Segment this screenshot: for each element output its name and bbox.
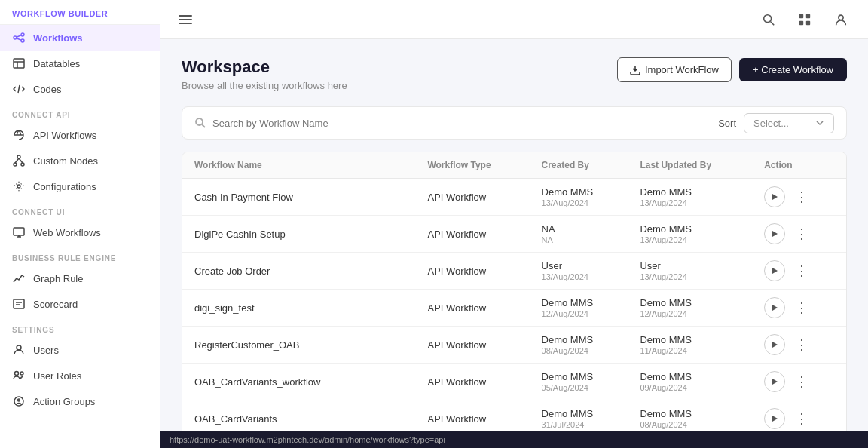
- table-header: Workflow Name Workflow Type Created By L…: [182, 152, 846, 179]
- run-workflow-button[interactable]: [764, 186, 785, 207]
- play-icon: [770, 229, 779, 238]
- cell-workflow-type: API Workflow: [415, 364, 529, 400]
- table-row: DigiPe CashIn Setup API Workflow NA NA D…: [182, 216, 846, 253]
- svg-line-14: [19, 158, 23, 163]
- svg-rect-15: [14, 228, 24, 235]
- cell-updated-by: Demo MMS 13/Aug/2024: [628, 179, 752, 216]
- svg-rect-28: [799, 20, 803, 24]
- run-workflow-button[interactable]: [764, 223, 785, 244]
- table-row: Cash In Payment Flow API Workflow Demo M…: [182, 179, 846, 216]
- more-options-button[interactable]: ⋮: [791, 334, 812, 355]
- svg-rect-29: [806, 20, 810, 24]
- table-row: digi_sign_test API Workflow Demo MMS 12/…: [182, 290, 846, 327]
- play-icon: [770, 303, 779, 312]
- sidebar-item-api-workflows[interactable]: API Workflows: [0, 122, 160, 148]
- page-header: Workspace Browse all the existing workfl…: [182, 57, 847, 91]
- sidebar-item-users[interactable]: Users: [0, 337, 160, 363]
- svg-line-13: [15, 158, 19, 163]
- scorecard-icon: [12, 297, 26, 311]
- cell-workflow-name: digi_sign_test: [182, 290, 415, 327]
- run-workflow-button[interactable]: [764, 371, 785, 392]
- cell-action: ⋮: [752, 290, 846, 327]
- run-workflow-button[interactable]: [764, 334, 785, 355]
- cell-updated-by: Demo MMS 13/Aug/2024: [628, 216, 752, 253]
- sidebar-item-custom-nodes[interactable]: Custom Nodes: [0, 148, 160, 173]
- cell-workflow-name: Create Job Order: [182, 253, 415, 290]
- sidebar-item-action-groups[interactable]: Action Groups: [0, 388, 160, 414]
- statusbar-url: https://demo-uat-workflow.m2pfintech.dev…: [170, 435, 445, 444]
- svg-point-22: [15, 372, 19, 376]
- cell-action: ⋮: [752, 179, 846, 216]
- search-input[interactable]: [212, 118, 718, 129]
- svg-point-30: [839, 15, 843, 20]
- page-title: Workspace: [182, 57, 347, 77]
- cell-created-by: Demo MMS 13/Aug/2024: [530, 179, 628, 216]
- table-body: Cash In Payment Flow API Workflow Demo M…: [182, 179, 846, 432]
- more-options-button[interactable]: ⋮: [791, 371, 812, 392]
- chevron-down-icon: [815, 118, 824, 127]
- import-icon: [630, 65, 640, 75]
- sidebar-item-label: Codes: [33, 84, 62, 95]
- col-updated-by: Last Updated By: [628, 152, 752, 179]
- cell-action: ⋮: [752, 400, 846, 432]
- sidebar-item-codes[interactable]: Codes: [0, 76, 160, 102]
- cell-workflow-name: OAB_CardVariants: [182, 400, 415, 432]
- more-options-button[interactable]: ⋮: [791, 297, 812, 318]
- svg-point-10: [17, 155, 20, 158]
- search-button[interactable]: [756, 8, 781, 32]
- cell-action: ⋮: [752, 253, 846, 290]
- sidebar-item-configurations[interactable]: Configurations: [0, 173, 160, 199]
- config-icon: [12, 180, 26, 193]
- svg-point-11: [14, 163, 17, 166]
- cell-created-by: NA NA: [530, 216, 628, 253]
- svg-line-8: [18, 85, 20, 93]
- play-icon: [770, 414, 779, 423]
- sidebar-item-datatables[interactable]: Datatables: [0, 51, 160, 76]
- svg-marker-39: [772, 416, 778, 422]
- cell-action: ⋮: [752, 216, 846, 253]
- play-icon: [770, 340, 779, 349]
- apps-button[interactable]: [793, 8, 817, 32]
- svg-rect-18: [14, 299, 24, 308]
- sidebar-item-label: Scorecard: [33, 299, 78, 310]
- svg-marker-34: [772, 231, 778, 237]
- more-options-button[interactable]: ⋮: [791, 408, 812, 429]
- graph-icon: [12, 272, 26, 285]
- sidebar-item-label: Datatables: [33, 58, 80, 69]
- import-workflow-button[interactable]: Import WorkFlow: [617, 57, 732, 82]
- run-workflow-button[interactable]: [764, 297, 785, 318]
- section-connect-ui: CONNECT UI: [0, 199, 160, 219]
- cell-updated-by: Demo MMS 08/Aug/2024: [628, 400, 752, 432]
- brand-label: WORKFLOW BUILDER: [0, 0, 160, 25]
- cell-workflow-type: API Workflow: [415, 179, 529, 216]
- sidebar-item-graph-rule[interactable]: Graph Rule: [0, 265, 160, 291]
- content-area: Workspace Browse all the existing workfl…: [160, 39, 868, 431]
- sidebar-item-user-roles[interactable]: User Roles: [0, 363, 160, 388]
- cell-workflow-type: API Workflow: [415, 216, 529, 253]
- svg-point-0: [14, 36, 17, 39]
- table-row: RegisterCustomer_OAB API Workflow Demo M…: [182, 327, 846, 364]
- table-row: OAB_CardVariants_workflow API Workflow D…: [182, 364, 846, 400]
- table-icon: [12, 57, 26, 70]
- sidebar-item-workflows[interactable]: Workflows: [0, 25, 160, 51]
- create-workflow-button[interactable]: + Create Workflow: [739, 58, 847, 81]
- more-options-button[interactable]: ⋮: [791, 223, 812, 244]
- sidebar-item-label: Workflows: [33, 32, 83, 44]
- run-workflow-button[interactable]: [764, 260, 785, 281]
- menu-toggle-button[interactable]: [176, 12, 195, 27]
- main-area: Workspace Browse all the existing workfl…: [160, 0, 868, 448]
- sidebar-item-scorecard[interactable]: Scorecard: [0, 291, 160, 317]
- svg-rect-5: [14, 59, 24, 68]
- sidebar: WORKFLOW BUILDER Workflows Datatables Co…: [0, 0, 160, 448]
- sidebar-item-web-workflows[interactable]: Web Workflows: [0, 219, 160, 245]
- cell-created-by: Demo MMS 05/Aug/2024: [530, 364, 628, 400]
- run-workflow-button[interactable]: [764, 408, 785, 429]
- cell-workflow-name: OAB_CardVariants_workflow: [182, 364, 415, 400]
- nodes-icon: [12, 154, 26, 167]
- more-options-button[interactable]: ⋮: [791, 186, 812, 207]
- more-options-button[interactable]: ⋮: [791, 260, 812, 281]
- sidebar-section-main: Workflows Datatables Codes: [0, 25, 160, 102]
- sort-select[interactable]: Select...: [744, 113, 834, 133]
- profile-button[interactable]: [829, 8, 853, 32]
- sidebar-item-label: Configurations: [33, 181, 96, 192]
